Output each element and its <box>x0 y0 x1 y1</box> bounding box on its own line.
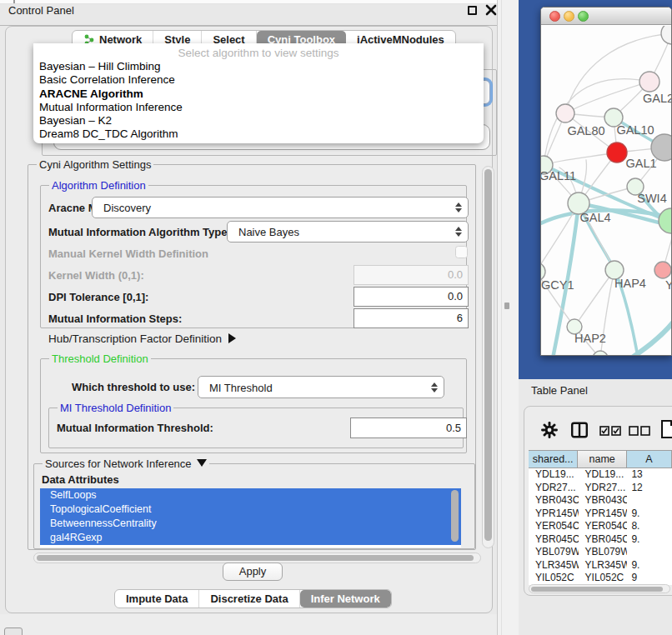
network-canvas[interactable]: GAL2GAL80GAL10GAL1GAL11SWI4GAL4GCY1HAP4Y… <box>541 26 672 356</box>
table-row[interactable]: YLR345WYLR345W9. <box>529 559 672 572</box>
combo-arrows-icon <box>455 227 462 237</box>
table-row[interactable]: YBL079WYBL079W <box>529 546 672 559</box>
network-edge <box>544 79 649 165</box>
network-window-titlebar[interactable] <box>541 8 671 25</box>
network-node[interactable] <box>659 208 672 233</box>
table-row[interactable]: YIL052CYIL052C9 <box>529 572 672 585</box>
top-tick <box>13 0 15 3</box>
tab-impute-label: Impute Data <box>126 590 188 608</box>
table-column-header[interactable]: name <box>578 451 627 468</box>
close-icon[interactable] <box>485 4 497 16</box>
table-cell: YDR27... <box>529 482 579 495</box>
mi-steps-field[interactable]: 6 <box>354 308 469 328</box>
which-threshold-combobox[interactable]: MI Threshold <box>198 376 444 398</box>
sources-title: Sources for Network Inference <box>43 458 209 470</box>
which-threshold-value: MI Threshold <box>209 381 273 393</box>
algorithm-option[interactable]: Bayesian – Hill Climbing <box>33 60 484 73</box>
float-window-icon[interactable] <box>468 6 477 15</box>
algorithm-option[interactable]: ARACNE Algorithm <box>33 88 484 101</box>
table-hscrollbar[interactable] <box>529 584 670 593</box>
mi-threshold-field[interactable]: 0.5 <box>350 418 467 438</box>
table-settings-gear-icon[interactable] <box>540 421 559 439</box>
select-all-checkboxes-icon[interactable] <box>599 426 621 436</box>
bottom-tabbar: Impute Data Discretize Data Infer Networ… <box>114 589 392 608</box>
manual-kernel-width-checkbox[interactable] <box>455 246 468 258</box>
table-cell: YBR043C <box>579 494 628 508</box>
network-node[interactable] <box>607 142 627 162</box>
algorithm-options-list: Bayesian – Hill ClimbingBasic Correlatio… <box>33 60 484 142</box>
hub-definition-expander[interactable]: Hub/Transcription Factor Definition <box>48 332 236 345</box>
partial-button[interactable] <box>4 628 23 635</box>
network-node[interactable] <box>661 26 672 44</box>
node-label: GCY1 <box>541 278 574 292</box>
node-label: GAL11 <box>541 169 576 182</box>
attribute-item[interactable]: SelfLoops <box>40 488 461 502</box>
algorithm-dropdown-popup: Select algorithm to view settings Bayesi… <box>33 43 484 143</box>
network-node[interactable] <box>639 72 659 92</box>
vscroll-thumb[interactable] <box>484 169 492 541</box>
collapse-arrow-icon[interactable] <box>197 459 207 467</box>
table-row[interactable]: YBR043CYBR043C <box>529 494 672 508</box>
table-column-header[interactable]: shared... <box>529 451 578 468</box>
mi-algorithm-type-combobox[interactable]: Naive Bayes <box>227 221 469 242</box>
table-columns-icon[interactable] <box>570 421 589 439</box>
document-icon[interactable] <box>660 419 672 439</box>
table-row[interactable]: YBR045CYBR045C9. <box>529 533 672 547</box>
algorithm-dropdown-placeholder: Select algorithm to view settings <box>33 43 484 60</box>
table-column-header[interactable]: A <box>627 451 672 468</box>
divider-handle[interactable] <box>504 302 509 309</box>
table-cell: 13 <box>627 468 672 482</box>
algorithm-option[interactable]: Bayesian – K2 <box>33 114 484 128</box>
apply-button[interactable]: Apply <box>223 562 283 581</box>
deselect-all-checkboxes-icon[interactable] <box>629 426 650 436</box>
hscroll-thumb[interactable] <box>37 555 474 561</box>
node-label: GAL2 <box>643 92 672 105</box>
data-attributes-list[interactable]: SelfLoopsTopologicalCoefficientBetweenne… <box>40 488 461 548</box>
table-row[interactable]: YDL19...YDL19...13 <box>529 468 672 482</box>
table-header-row: shared...nameA <box>529 450 672 468</box>
table-cell: 9. <box>627 508 672 521</box>
table-cell: YDL19... <box>529 468 579 482</box>
combo-arrows-icon <box>431 382 438 392</box>
algorithm-option[interactable]: Basic Correlation Inference <box>33 73 484 87</box>
table-rows: YDL19...YDL19...13YDR27...YDR27...12YBR0… <box>529 468 672 585</box>
dpi-tolerance-field[interactable]: 0.0 <box>354 287 469 307</box>
table-cell: YDL19... <box>579 468 628 482</box>
table-row[interactable]: YPR145WYPR145W9. <box>529 508 672 521</box>
node-label: GAL80 <box>567 124 604 138</box>
attribute-item[interactable]: gal4RGexp <box>40 531 461 545</box>
node-label: HAP2 <box>574 332 606 345</box>
table-hscroll-thumb[interactable] <box>531 587 663 592</box>
attribute-item[interactable]: BetweennessCentrality <box>40 517 461 531</box>
network-edge <box>565 82 649 113</box>
panel-title: Control Panel <box>8 4 74 17</box>
data-attributes-label: Data Attributes <box>42 473 119 486</box>
table-row[interactable]: YER054CYER054C8. <box>529 520 672 533</box>
table-cell: YER054C <box>579 520 628 533</box>
tab-impute-data[interactable]: Impute Data <box>115 590 199 608</box>
zoom-traffic-light-icon[interactable] <box>578 11 589 22</box>
tab-discretize-data[interactable]: Discretize Data <box>199 590 299 608</box>
network-window[interactable]: GAL2GAL80GAL10GAL1GAL11SWI4GAL4GCY1HAP4Y… <box>540 7 672 356</box>
settings-vscrollbar[interactable] <box>482 166 494 548</box>
attribute-item[interactable]: TopologicalCoefficient <box>40 502 461 517</box>
network-node[interactable] <box>556 104 574 122</box>
aracne-mode-value: Discovery <box>103 202 151 214</box>
network-node[interactable] <box>654 262 671 278</box>
close-traffic-light-icon[interactable] <box>549 11 560 22</box>
algorithm-option[interactable]: Mutual Information Inference <box>33 101 484 114</box>
minimize-traffic-light-icon[interactable] <box>564 11 574 22</box>
table-cell: 8. <box>627 520 672 533</box>
kernel-width-field[interactable]: 0.0 <box>354 265 469 285</box>
tab-discretize-label: Discretize Data <box>210 590 288 608</box>
table-panel-title: Table Panel <box>531 384 588 397</box>
tab-infer-network[interactable]: Infer Network <box>300 590 391 608</box>
aracne-mode-combobox[interactable]: Discovery <box>92 197 469 218</box>
list-scrollbar[interactable] <box>451 490 459 542</box>
table-row[interactable]: YDR27...YDR27...12 <box>529 482 672 495</box>
split-divider[interactable] <box>497 0 519 635</box>
tab-infer-label: Infer Network <box>311 590 380 608</box>
which-threshold-label: Which threshold to use: <box>72 381 195 393</box>
divider-line <box>501 0 502 635</box>
algorithm-option[interactable]: Dream8 DC_TDC Algorithm <box>33 128 484 141</box>
